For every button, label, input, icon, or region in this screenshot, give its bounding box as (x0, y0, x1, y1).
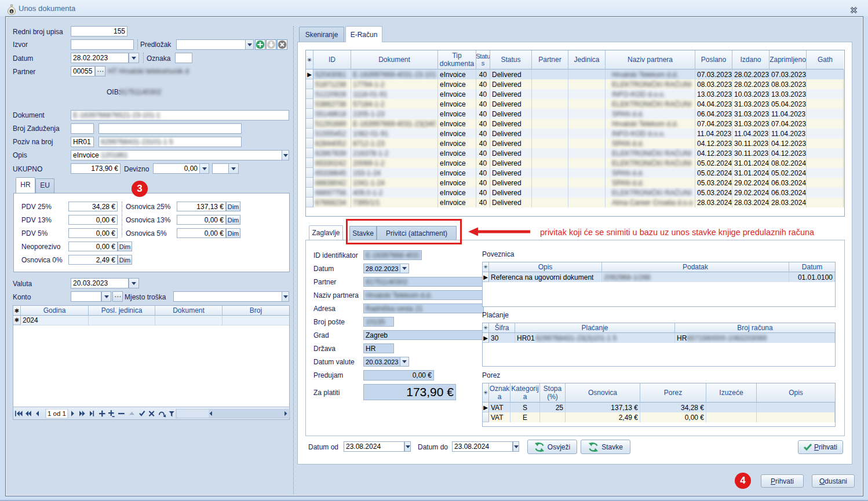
svg-text:1 od 1: 1 od 1 (48, 410, 66, 417)
svg-text:s: s (11, 9, 13, 14)
